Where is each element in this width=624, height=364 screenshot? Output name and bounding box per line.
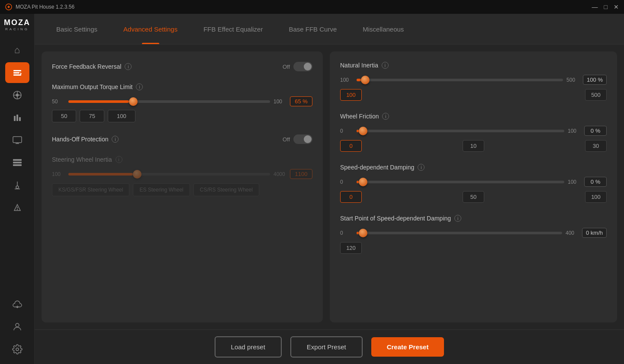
svg-rect-10 (14, 116, 16, 121)
app-title: MOZA Pit House 1.2.3.56 (16, 4, 74, 10)
natural-inertia-title: Natural Inertia i (340, 62, 607, 69)
preset-btn-75[interactable]: 75 (80, 110, 104, 122)
maximize-button[interactable]: □ (604, 3, 608, 10)
start-speed-damping-track[interactable] (357, 232, 562, 234)
max-torque-track[interactable] (68, 100, 270, 103)
hands-off-toggle-wrap: Off (283, 134, 312, 144)
svg-point-25 (16, 348, 19, 351)
load-preset-button[interactable]: Load preset (215, 336, 282, 358)
natural-inertia-max: 500 (566, 77, 579, 83)
wheel-friction-track[interactable] (357, 130, 564, 132)
natural-inertia-pct-box[interactable]: 100 % (583, 75, 607, 85)
steering-inertia-track[interactable] (68, 173, 270, 176)
tab-basic[interactable]: Basic Settings (43, 14, 110, 44)
close-button[interactable]: ✕ (614, 3, 619, 10)
steering-inertia-section: Steering Wheel Inertia i 100 4000 (52, 156, 312, 196)
sidebar-item-wheel[interactable] (5, 85, 29, 105)
wheel-friction-val3[interactable]: 30 (585, 140, 607, 152)
tab-advanced[interactable]: Advanced Settings (110, 14, 190, 44)
natural-inertia-section: Natural Inertia i 100 500 100 % (340, 62, 607, 101)
speed-damping-thumb[interactable] (359, 178, 367, 186)
sidebar-item-display[interactable] (5, 130, 29, 150)
sw-btn-ks[interactable]: KS/GS/FSR Steering Wheel (52, 183, 129, 196)
natural-inertia-info-icon[interactable]: i (382, 62, 389, 69)
speed-damping-val1[interactable]: 0 (340, 191, 362, 203)
sidebar-item-race[interactable] (5, 62, 29, 83)
natural-inertia-val1[interactable]: 100 (340, 89, 362, 101)
wheel-friction-thumb[interactable] (359, 127, 367, 135)
tab-ffb[interactable]: FFB Effect Equalizer (190, 14, 276, 44)
wheel-friction-val-boxes: 0 10 30 (340, 140, 607, 152)
wheel-friction-val2[interactable]: 10 (463, 140, 484, 152)
speed-damping-val2[interactable]: 50 (463, 191, 484, 203)
hands-off-info-icon[interactable]: i (112, 136, 119, 143)
wheel-friction-info-icon[interactable]: i (382, 113, 389, 120)
max-torque-info-icon[interactable]: i (136, 83, 143, 90)
sidebar-item-handbrake[interactable] (5, 175, 29, 195)
sidebar-item-estop[interactable] (5, 197, 29, 218)
sw-btn-cs[interactable]: CS/RS Steering Wheel (193, 183, 259, 196)
speed-damping-val-boxes: 0 50 100 (340, 191, 607, 203)
sidebar: MOZA RACING ⌂ (0, 14, 35, 364)
speed-damping-pct-box[interactable]: 0 % (584, 177, 607, 187)
speed-damping-info-icon[interactable]: i (418, 164, 425, 171)
ffr-info-icon[interactable]: i (125, 63, 132, 70)
steering-inertia-value[interactable]: 1100 (290, 169, 312, 179)
steering-inertia-info-icon[interactable]: i (116, 156, 122, 163)
speed-damping-val3[interactable]: 100 (585, 191, 607, 203)
speed-damping-slider-row: 0 100 0 % (340, 177, 607, 187)
sidebar-item-profile[interactable] (5, 316, 29, 337)
ffr-toggle-label: Off (283, 64, 290, 70)
pedals-icon (12, 112, 23, 123)
ffr-toggle[interactable] (293, 62, 312, 71)
start-speed-damping-val1[interactable]: 120 (340, 242, 362, 254)
tab-misc[interactable]: Miscellaneous (350, 14, 417, 44)
minimize-button[interactable]: — (592, 3, 598, 10)
speed-damping-max: 100 (568, 179, 581, 185)
speed-damping-track[interactable] (357, 181, 564, 183)
natural-inertia-thumb[interactable] (361, 76, 370, 84)
start-speed-damping-max: 400 (566, 230, 579, 236)
max-torque-value[interactable]: 65 % (290, 96, 312, 106)
sw-btn-es[interactable]: ES Steering Wheel (133, 183, 190, 196)
sidebar-item-shifter[interactable] (5, 152, 29, 173)
natural-inertia-track[interactable] (357, 79, 563, 81)
steering-inertia-min-label: 100 (52, 171, 65, 177)
app-icon (5, 3, 12, 10)
right-panel: Natural Inertia i 100 500 100 % (330, 51, 617, 322)
hands-off-header: Hands-Off Protection i Off (52, 134, 312, 144)
start-speed-damping-info-icon[interactable]: i (454, 215, 461, 222)
tab-base-ffb[interactable]: Base FFB Curve (276, 14, 350, 44)
steering-inertia-title: Steering Wheel Inertia i (52, 156, 312, 163)
sidebar-item-settings[interactable] (5, 339, 29, 360)
natural-inertia-val2[interactable]: 500 (585, 89, 607, 101)
max-torque-thumb[interactable] (129, 97, 138, 106)
app-layout: MOZA RACING ⌂ (0, 14, 624, 364)
max-torque-presets: 50 75 100 (52, 110, 312, 122)
steering-inertia-max-label: 4000 (273, 171, 286, 177)
sidebar-item-home[interactable]: ⌂ (5, 40, 29, 61)
svg-rect-1 (13, 70, 21, 71)
steering-inertia-thumb[interactable] (133, 170, 142, 179)
start-speed-damping-thumb[interactable] (359, 229, 367, 237)
wheel-friction-pct-box[interactable]: 0 % (584, 126, 607, 136)
speed-damping-min: 0 (340, 179, 353, 185)
svg-rect-3 (13, 74, 21, 76)
preset-btn-100[interactable]: 100 (108, 110, 135, 122)
hands-off-toggle[interactable] (293, 134, 312, 144)
settings-icon (12, 344, 23, 354)
preset-btn-50[interactable]: 50 (52, 110, 76, 122)
steering-inertia-fill (68, 173, 133, 176)
content-area: Basic Settings Advanced Settings FFB Eff… (35, 14, 624, 364)
create-preset-button[interactable]: Create Preset (371, 337, 444, 357)
sidebar-item-cloud[interactable] (5, 294, 29, 315)
svg-point-20 (16, 186, 19, 188)
wheel-friction-val1[interactable]: 0 (340, 140, 362, 152)
svg-rect-12 (19, 117, 21, 121)
sidebar-item-pedals[interactable] (5, 107, 29, 128)
max-torque-slider-wrap: 50 100 65 % 50 75 (52, 96, 312, 122)
hands-off-title: Hands-Off Protection i (52, 136, 119, 143)
start-speed-damping-unit-box[interactable]: 0 km/h (582, 228, 607, 238)
svg-rect-18 (13, 159, 22, 161)
export-preset-button[interactable]: Export Preset (290, 336, 363, 358)
